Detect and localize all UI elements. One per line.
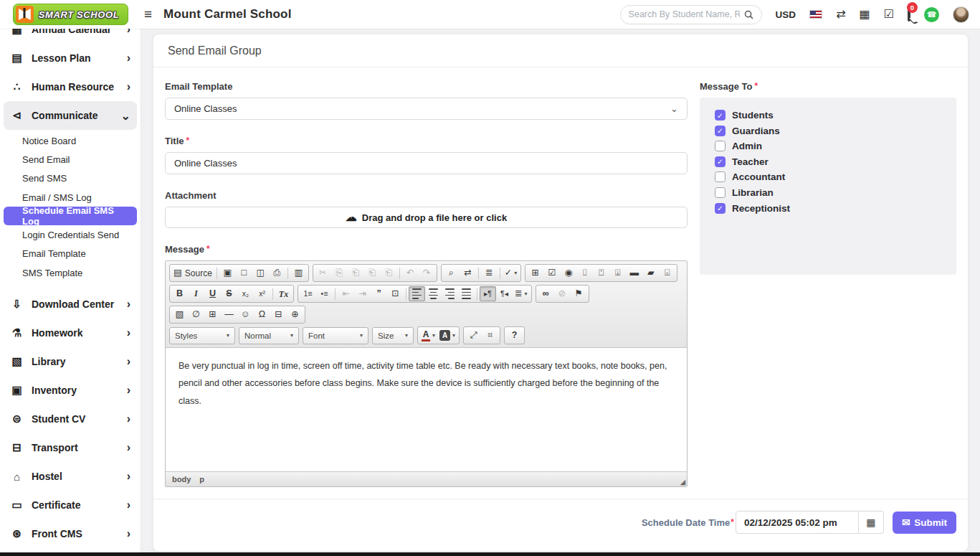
option-accountant[interactable]: ✓ Accountant — [715, 171, 941, 182]
option-admin[interactable]: ✓ Admin — [715, 141, 941, 151]
numbered-list-button[interactable]: 1≡ — [300, 286, 316, 301]
search-input[interactable] — [629, 9, 740, 19]
table-button[interactable]: ⊞ — [204, 307, 221, 322]
copy-button[interactable]: ⎘ — [331, 265, 348, 281]
option-guardians[interactable]: ✓ Guardians — [715, 126, 941, 136]
undo-button[interactable]: ↶ — [402, 265, 419, 281]
anchor-button[interactable]: ⚑ — [571, 286, 587, 301]
calendar-icon[interactable]: ▦ — [860, 9, 870, 20]
calendar-addon-button[interactable]: ▦ — [859, 511, 884, 534]
preview-button[interactable]: ◫ — [252, 265, 269, 281]
sidebar-item-student-cv[interactable]: ⊜ Student CV › — [4, 405, 137, 433]
redo-button[interactable]: ↷ — [419, 265, 435, 281]
sidebar-item-send-email[interactable]: Send Email — [4, 150, 137, 169]
logo-zone[interactable]: SMART SCHOOL — [0, 4, 141, 25]
option-librarian[interactable]: ✓ Librarian — [715, 187, 941, 198]
file-dropzone[interactable]: ☁↑ Drag and drop a file here or click — [165, 207, 688, 228]
indent-button[interactable]: ⇥ — [354, 286, 371, 301]
sidebar-item-front-cms[interactable]: ⊛ Front CMS › — [4, 519, 137, 548]
language-button[interactable]: ≣▾ — [513, 286, 530, 301]
select-field-button[interactable]: ⍗ — [609, 265, 626, 281]
admin-checkbox[interactable]: ✓ — [715, 141, 726, 151]
path-body[interactable]: body — [172, 475, 191, 484]
resize-handle-icon[interactable]: ◢ — [680, 479, 685, 486]
paste-word-button[interactable]: ⎗ — [381, 265, 397, 281]
find-button[interactable]: ⌕ — [443, 265, 460, 281]
textarea-field-button[interactable]: ⍞ — [593, 265, 609, 281]
submit-button[interactable]: ✉ Submit — [893, 512, 956, 534]
bold-button[interactable]: B — [171, 286, 188, 301]
smiley-button[interactable]: ☺ — [237, 307, 254, 322]
new-page-button[interactable]: □ — [236, 265, 252, 281]
align-left-button[interactable] — [409, 286, 425, 301]
about-button[interactable]: ? — [506, 328, 523, 343]
bg-color-button[interactable]: A▾ — [437, 328, 457, 343]
special-char-button[interactable]: Ω — [254, 307, 270, 322]
form-field-button[interactable]: ⊞ — [527, 265, 543, 281]
paste-button[interactable]: ⎗ — [348, 265, 364, 281]
unlink-button[interactable]: ⊘ — [554, 286, 571, 301]
todo-icon[interactable]: ☑ — [884, 9, 894, 20]
sidebar-item-download-center[interactable]: ⇩ Download Center › — [4, 290, 137, 319]
radio-field-button[interactable]: ◉ — [560, 265, 576, 281]
teacher-checkbox[interactable]: ✓ — [715, 156, 726, 167]
italic-button[interactable]: I — [188, 286, 204, 301]
page-break-button[interactable]: ⊟ — [270, 307, 287, 322]
message-editor-area[interactable]: Be very punctual in log in time, screen … — [166, 348, 687, 471]
justify-button[interactable] — [458, 286, 475, 301]
menu-toggle-icon[interactable]: ≡ — [144, 6, 152, 22]
align-right-button[interactable] — [442, 286, 458, 301]
paste-text-button[interactable]: ⎗ — [364, 265, 381, 281]
text-field-button[interactable]: ⌷ — [576, 265, 593, 281]
sidebar-item-human-resource[interactable]: ∴ Human Resource › — [4, 72, 137, 101]
sidebar-item-transport[interactable]: ⊟ Transport › — [4, 433, 137, 462]
templates-button[interactable]: ▥ — [290, 265, 307, 281]
align-center-button[interactable] — [425, 286, 442, 301]
search-icon[interactable] — [744, 10, 753, 19]
sidebar-item-email-sms-log[interactable]: Email / SMS Log — [4, 188, 137, 207]
student-search[interactable] — [620, 5, 762, 24]
button-field-button[interactable]: ▬ — [626, 265, 642, 281]
language-flag-icon[interactable] — [809, 10, 822, 19]
title-input[interactable] — [165, 152, 688, 174]
sidebar-item-communicate[interactable]: ⊲ Communicate ⌄ — [4, 101, 137, 130]
whatsapp-icon[interactable]: ☎ — [924, 7, 939, 22]
sidebar-item-annual-calendar[interactable]: ▦ Annual Calendar › — [4, 29, 137, 44]
remove-format-button[interactable]: Tx — [275, 286, 292, 301]
text-color-button[interactable]: A▾ — [419, 328, 437, 343]
save-button[interactable]: ▣ — [219, 265, 236, 281]
sidebar-item-inventory[interactable]: ▣ Inventory › — [4, 376, 137, 405]
user-avatar[interactable] — [953, 6, 969, 23]
bulleted-list-button[interactable]: •≡ — [316, 286, 333, 301]
students-checkbox[interactable]: ✓ — [715, 110, 726, 121]
font-dropdown[interactable]: Font▾ — [303, 327, 368, 344]
guardians-checkbox[interactable]: ✓ — [715, 126, 726, 136]
bidi-ltr-button[interactable]: ▸¶ — [480, 286, 496, 301]
currency-selector[interactable]: USD — [776, 9, 796, 20]
receptionist-checkbox[interactable]: ✓ — [715, 203, 726, 214]
option-students[interactable]: ✓ Students — [715, 110, 941, 121]
bidi-rtl-button[interactable]: ¶◂ — [496, 286, 513, 301]
librarian-checkbox[interactable]: ✓ — [715, 187, 726, 198]
horizontal-rule-button[interactable]: ― — [221, 307, 237, 322]
messages-button[interactable]: 0 — [908, 8, 910, 21]
schedule-datetime-input[interactable] — [736, 511, 859, 534]
select-all-button[interactable]: ≣ — [481, 265, 498, 281]
cut-button[interactable]: ✂ — [315, 265, 331, 281]
show-blocks-button[interactable]: ⌗ — [482, 328, 498, 343]
underline-button[interactable]: U — [204, 286, 221, 301]
subscript-button[interactable]: x₂ — [237, 286, 254, 301]
hidden-field-button[interactable]: ⌻ — [659, 265, 675, 281]
sidebar-item-email-template[interactable]: Email Template — [4, 245, 137, 263]
source-button[interactable]: ▤Source — [171, 265, 214, 281]
sidebar-item-hostel[interactable]: ⌂ Hostel › — [4, 462, 137, 491]
email-template-select[interactable]: Online Classes ⌄ — [165, 98, 688, 120]
div-container-button[interactable]: ⊡ — [387, 286, 404, 301]
option-receptionist[interactable]: ✓ Receptionist — [715, 203, 941, 214]
image-button-button[interactable]: ▰ — [642, 265, 659, 281]
blockquote-button[interactable]: ” — [371, 286, 387, 301]
print-button[interactable]: ⎙ — [269, 265, 285, 281]
styles-dropdown[interactable]: Styles▾ — [169, 327, 235, 344]
outdent-button[interactable]: ⇤ — [338, 286, 354, 301]
sidebar-item-library[interactable]: ▧ Library › — [4, 347, 137, 376]
